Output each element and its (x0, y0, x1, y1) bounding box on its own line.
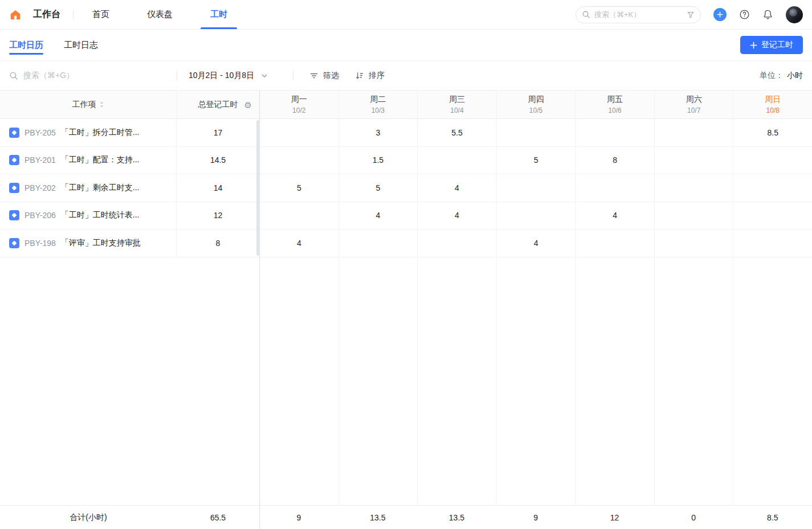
hours-cell[interactable] (417, 229, 496, 257)
work-item-title[interactable]: 「工时」配置：支持... (61, 155, 140, 165)
hours-cell[interactable] (575, 229, 654, 257)
nav-item-home[interactable]: 首页 (83, 0, 119, 29)
hours-cell[interactable] (575, 174, 654, 202)
footer-total-label: 合计(小时) (0, 512, 177, 523)
hours-cell[interactable] (733, 174, 812, 202)
hours-cell[interactable] (417, 147, 496, 174)
footer-total-cell: 0 (654, 513, 733, 522)
hours-cell[interactable] (496, 174, 576, 202)
hours-cell[interactable] (654, 147, 733, 174)
hours-cell[interactable]: 5 (259, 174, 338, 202)
hours-cell[interactable]: 3 (338, 119, 418, 146)
table-body: PBY-205「工时」拆分工时管...1735.58.5PBY-201「工时」配… (0, 119, 812, 505)
app-window: 工作台 首页 仪表盘 工时 搜索（⌘+K） (0, 0, 812, 529)
total-hours-cell: 14 (177, 174, 259, 202)
day-column-header: 周二10/3 (338, 91, 418, 118)
day-headers: 周一10/2周二10/3周三10/4周四10/5周五10/6周六10/7周日10… (259, 91, 812, 118)
register-hours-button[interactable]: 登记工时 (740, 36, 803, 54)
help-icon[interactable] (739, 9, 750, 20)
hours-cell[interactable] (259, 202, 338, 229)
toolbar-divider (293, 71, 293, 80)
table-search-input[interactable]: 搜索（⌘+G） (9, 71, 177, 81)
empty-grid-column (733, 257, 812, 506)
hours-cell[interactable]: 4 (417, 202, 496, 229)
sort-icon (355, 71, 364, 80)
vertical-scrollbar[interactable] (256, 120, 260, 256)
nav-item-dashboard[interactable]: 仪表盘 (137, 0, 182, 29)
column-header-work-item[interactable]: 工作项 (0, 91, 177, 118)
hours-cell[interactable] (654, 174, 733, 202)
create-button[interactable] (713, 8, 727, 21)
sort-button[interactable]: 排序 (355, 71, 385, 81)
hours-cell[interactable]: 8.5 (733, 119, 812, 146)
hours-cell[interactable] (496, 202, 576, 229)
notifications-bell-icon[interactable] (762, 9, 773, 20)
hours-cell[interactable] (338, 229, 418, 257)
hours-cell[interactable] (654, 119, 733, 146)
footer-total-cell: 13.5 (417, 513, 496, 522)
hours-cell[interactable] (496, 119, 576, 146)
hours-cell[interactable]: 4 (496, 229, 576, 257)
work-item-cell[interactable]: PBY-201「工时」配置：支持... (0, 147, 177, 174)
hours-cell[interactable]: 4 (259, 229, 338, 257)
hours-cell[interactable]: 4 (575, 202, 654, 229)
hours-cell[interactable] (654, 202, 733, 229)
nav-item-worklog[interactable]: 工时 (201, 0, 237, 29)
hours-cell[interactable]: 4 (417, 174, 496, 202)
unit-value: 小时 (787, 71, 803, 80)
table-toolbar: 搜索（⌘+G） 10月2日 - 10月8日 筛选 排序 单位：小时 (0, 61, 812, 90)
work-item-title[interactable]: 「评审」工时支持审批 (61, 238, 141, 248)
work-item-cell[interactable]: PBY-202「工时」剩余工时支... (0, 174, 177, 202)
day-name: 周四 (528, 95, 544, 105)
total-hours-cell: 14.5 (177, 147, 259, 174)
sort-label: 排序 (369, 71, 385, 81)
task-type-icon (9, 183, 19, 193)
hours-cell[interactable] (654, 229, 733, 257)
user-avatar[interactable] (786, 6, 803, 23)
work-item-title[interactable]: 「工时」工时统计表... (61, 210, 140, 220)
day-name: 周六 (686, 95, 702, 105)
hours-cell[interactable] (733, 229, 812, 257)
hours-cell[interactable] (259, 147, 338, 174)
day-column-header: 周一10/2 (259, 91, 338, 118)
empty-grid-column (654, 257, 733, 506)
hours-cell[interactable] (575, 119, 654, 146)
workspace-switcher[interactable]: 工作台 (33, 9, 60, 20)
hours-cell[interactable] (259, 119, 338, 146)
day-name: 周一 (291, 95, 307, 105)
tab-worklog-log[interactable]: 工时日志 (64, 30, 98, 60)
tab-bar: 工时日历 工时日志 登记工时 (0, 30, 812, 61)
empty-grid-spacer (0, 257, 259, 506)
total-hours-header-label: 总登记工时 (198, 100, 238, 110)
hours-cell[interactable] (733, 147, 812, 174)
hours-cell[interactable]: 1.5 (338, 147, 418, 174)
day-column-header: 周六10/7 (654, 91, 733, 118)
home-logo-icon[interactable] (9, 9, 22, 21)
hours-cell[interactable]: 5.5 (417, 119, 496, 146)
unit-indicator: 单位：小时 (760, 71, 803, 81)
work-item-cell[interactable]: PBY-206「工时」工时统计表... (0, 202, 177, 229)
footer-total-cell: 13.5 (338, 513, 418, 522)
hours-cell[interactable]: 5 (496, 147, 576, 174)
filter-button[interactable]: 筛选 (309, 71, 339, 81)
search-placeholder: 搜索（⌘+K） (594, 10, 683, 20)
advanced-search-icon[interactable] (687, 11, 695, 19)
empty-grid-column (259, 257, 338, 506)
work-item-cell[interactable]: PBY-198「评审」工时支持审批 (0, 229, 177, 257)
footer-total-cell: 9 (496, 513, 576, 522)
total-hours-cell: 17 (177, 119, 259, 146)
date-range-picker[interactable]: 10月2日 - 10月8日 (189, 71, 281, 81)
global-search-input[interactable]: 搜索（⌘+K） (576, 6, 701, 23)
hours-cell[interactable] (733, 202, 812, 229)
work-item-id: PBY-202 (25, 183, 56, 192)
hours-cell[interactable]: 5 (338, 174, 418, 202)
tabs: 工时日历 工时日志 (9, 30, 98, 60)
hours-cell[interactable]: 8 (575, 147, 654, 174)
work-item-cell[interactable]: PBY-205「工时」拆分工时管... (0, 119, 177, 146)
caret-up-down-sort-icon[interactable] (99, 101, 104, 108)
hours-cell[interactable]: 4 (338, 202, 418, 229)
work-item-title[interactable]: 「工时」剩余工时支... (61, 183, 140, 193)
column-settings-gear-icon[interactable]: ⚙ (244, 100, 252, 109)
tab-worklog-calendar[interactable]: 工时日历 (9, 30, 43, 60)
work-item-title[interactable]: 「工时」拆分工时管... (61, 128, 140, 138)
